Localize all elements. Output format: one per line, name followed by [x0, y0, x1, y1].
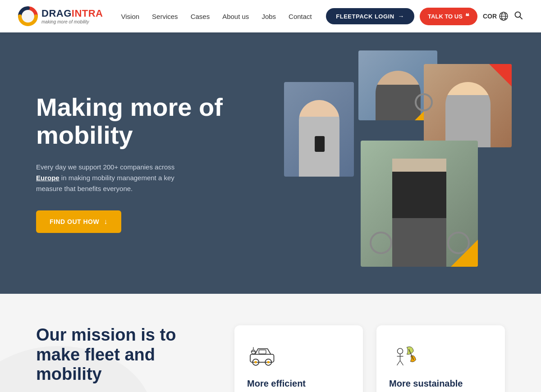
lang-label: COR	[483, 13, 497, 20]
search-icon	[514, 11, 523, 20]
efficient-icon	[247, 342, 279, 369]
hero-image-woman-phone	[284, 82, 354, 177]
findout-label: FIND OUT HOW	[50, 218, 99, 225]
svg-rect-9	[259, 350, 266, 354]
efficient-title: More efficient	[247, 378, 350, 389]
svg-point-11	[255, 361, 257, 363]
hero-images	[270, 50, 514, 285]
nav-jobs[interactable]: Jobs	[261, 13, 276, 20]
navbar: DRAGINTRA making more of mobility Vision…	[0, 0, 541, 32]
talkto-button[interactable]: TALK TO US ❝	[420, 8, 477, 25]
europe-link[interactable]: Europe	[36, 174, 60, 182]
nav-cases[interactable]: Cases	[191, 13, 210, 20]
hero-description: Every day we support 200+ companies acro…	[36, 162, 198, 194]
svg-point-14	[252, 350, 256, 354]
sustainable-icon	[389, 342, 421, 369]
globe-icon	[499, 11, 509, 21]
svg-line-19	[397, 360, 400, 365]
svg-line-20	[400, 360, 403, 365]
nav-about[interactable]: About us	[222, 13, 249, 20]
down-arrow-icon: ↓	[104, 218, 108, 226]
logo-icon	[18, 6, 38, 26]
fleetpack-login-button[interactable]: FLEETPACK LOGIN →	[326, 8, 414, 24]
logo-tagline: making more of mobility	[41, 19, 103, 24]
arrow-icon: →	[398, 13, 405, 20]
hero-section: Making more of mobility Every day we sup…	[0, 32, 541, 294]
mission-card-sustainable: More sustainable Shoulder your share of …	[376, 325, 505, 392]
nav-actions: FLEETPACK LOGIN → TALK TO US ❝ COR	[326, 8, 523, 25]
nav-contact[interactable]: Contact	[289, 13, 312, 20]
search-button[interactable]	[514, 11, 523, 22]
svg-point-13	[267, 361, 270, 363]
svg-rect-8	[250, 354, 274, 362]
mission-title: Our mission is to make fleet and mobilit…	[36, 325, 207, 384]
hero-image-woman-car	[424, 64, 512, 147]
nav-vision[interactable]: Vision	[121, 13, 140, 20]
quote-icon: ❝	[465, 12, 469, 21]
mission-card-efficient: More efficient Make fleet and mobility m…	[234, 325, 363, 392]
find-out-how-button[interactable]: FIND OUT HOW ↓	[36, 210, 121, 233]
mission-cards: More efficient Make fleet and mobility m…	[234, 325, 505, 392]
fleetpack-label: FLEETPACK LOGIN	[336, 13, 394, 20]
mission-section: Our mission is to make fleet and mobilit…	[0, 294, 541, 392]
logo-brand: DRAGINTRA	[41, 8, 103, 19]
language-selector[interactable]: COR	[483, 11, 509, 21]
sustainable-title: More sustainable	[389, 378, 492, 389]
nav-services[interactable]: Services	[152, 13, 178, 20]
talkto-label: TALK TO US	[428, 13, 463, 20]
hero-title: Making more of mobility	[36, 93, 234, 149]
hero-content: Making more of mobility Every day we sup…	[36, 93, 234, 232]
svg-line-7	[520, 17, 522, 19]
svg-point-16	[397, 348, 403, 354]
nav-links: Vision Services Cases About us Jobs Cont…	[121, 13, 326, 20]
logo[interactable]: DRAGINTRA making more of mobility	[18, 6, 103, 26]
hero-image-man-bike	[361, 141, 478, 267]
